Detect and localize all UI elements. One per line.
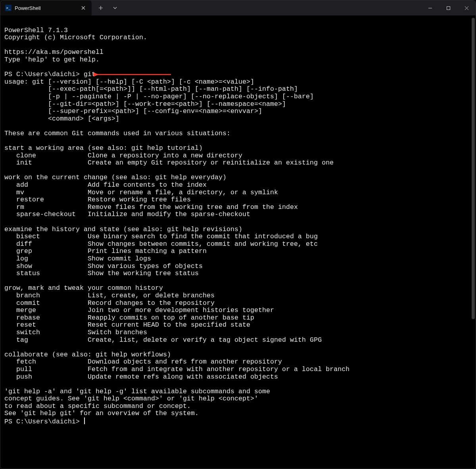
- ps-copyright: Copyright (c) Microsoft Corporation.: [4, 34, 147, 41]
- prompt-command-1: git: [84, 71, 96, 78]
- git-help-row: init Create an empty Git repository or r…: [4, 159, 334, 167]
- git-help-row: switch Switch branches: [4, 329, 147, 336]
- section-title-start: start a working area (see also: git help…: [4, 144, 203, 152]
- maximize-button[interactable]: [439, 0, 457, 15]
- git-help-row: branch List, create, or delete branches: [4, 292, 215, 299]
- git-help-row: reset Reset current HEAD to the specifie…: [4, 321, 250, 329]
- git-help-row: rm Remove files from the working tree an…: [4, 203, 298, 211]
- footer-line: concept guides. See 'git help <command>'…: [4, 395, 258, 402]
- git-help-row: pull Fetch from and integrate with anoth…: [4, 366, 349, 373]
- git-help-row: merge Join two or more development histo…: [4, 306, 274, 314]
- git-help-row: restore Restore working tree files: [4, 196, 191, 203]
- section-title-examine: examine the history and state (see also:…: [4, 226, 242, 233]
- section-intro: These are common Git commands used in va…: [4, 130, 230, 137]
- tab-title: PowerShell: [15, 5, 76, 11]
- minimize-button[interactable]: [421, 0, 439, 15]
- annotation-arrow-icon: [94, 71, 173, 78]
- close-button[interactable]: [457, 0, 476, 15]
- usage-line: usage: git [--version] [--help] [-C <pat…: [4, 78, 254, 86]
- git-help-row: diff Show changes between commits, commi…: [4, 240, 318, 248]
- usage-line: <command> [<args>]: [4, 115, 119, 123]
- footer-line: 'git help -a' and 'git help -g' list ava…: [4, 388, 270, 395]
- usage-line: [--exec-path[=<path>]] [--html-path] [--…: [4, 85, 298, 93]
- section-title-grow: grow, mark and tweak your common history: [4, 284, 163, 292]
- section-title-collab: collaborate (see also: git help workflow…: [4, 351, 171, 358]
- section-title-work: work on the current change (see also: gi…: [4, 174, 226, 181]
- git-help-row: bisect Use binary search to find the com…: [4, 233, 318, 240]
- ps-url: https://aka.ms/powershell: [4, 48, 104, 56]
- title-bar: >_ PowerShell: [0, 0, 476, 15]
- prompt-prefix-2: PS C:\Users\daichi>: [4, 418, 84, 425]
- usage-line: [-p | --paginate | -P | --no-pager] [--n…: [4, 93, 314, 100]
- git-help-row: show Show various types of objects: [4, 262, 203, 270]
- git-help-row: commit Record changes to the repository: [4, 299, 215, 307]
- ps-help-hint: Type 'help' to get help.: [4, 56, 100, 63]
- window-controls: [421, 0, 476, 15]
- tab-actions: [92, 0, 122, 15]
- new-tab-button[interactable]: [94, 2, 107, 14]
- git-help-row: mv Move or rename a file, a directory, o…: [4, 189, 278, 196]
- git-help-row: tag Create, list, delete or verify a tag…: [4, 336, 322, 344]
- usage-line: [--super-prefix=<path>] [--config-env=<n…: [4, 107, 262, 115]
- git-help-row: log Show commit logs: [4, 255, 151, 262]
- git-help-row: fetch Download objects and refs from ano…: [4, 358, 282, 366]
- tab-close-button[interactable]: [79, 4, 88, 12]
- git-help-row: rebase Reapply commits on top of another…: [4, 314, 254, 322]
- svg-rect-0: [447, 6, 450, 10]
- git-help-row: sparse-checkout Initialize and modify th…: [4, 211, 250, 218]
- git-help-row: push Update remote refs along with assoc…: [4, 373, 278, 381]
- cursor: [84, 417, 85, 424]
- prompt-prefix-1: PS C:\Users\daichi>: [4, 71, 84, 78]
- footer-line: to read about a specific subcommand or c…: [4, 402, 191, 410]
- terminal-output: PowerShell 7.1.3 Copyright (c) Microsoft…: [4, 19, 472, 426]
- tab-powershell[interactable]: >_ PowerShell: [0, 0, 92, 15]
- git-help-row: status Show the working tree status: [4, 270, 199, 277]
- git-help-row: grep Print lines matching a pattern: [4, 247, 207, 255]
- usage-line: [--git-dir=<path>] [--work-tree=<path>] …: [4, 100, 286, 108]
- ps-version: PowerShell 7.1.3: [4, 27, 68, 34]
- git-help-row: clone Clone a repository into a new dire…: [4, 152, 242, 159]
- scrollbar[interactable]: [472, 18, 475, 319]
- footer-line: See 'git help git' for an overview of th…: [4, 410, 199, 417]
- powershell-icon: >_: [5, 5, 12, 11]
- tab-dropdown-button[interactable]: [108, 2, 122, 14]
- git-help-row: add Add file contents to the index: [4, 181, 207, 189]
- terminal-area[interactable]: PowerShell 7.1.3 Copyright (c) Microsoft…: [0, 15, 476, 469]
